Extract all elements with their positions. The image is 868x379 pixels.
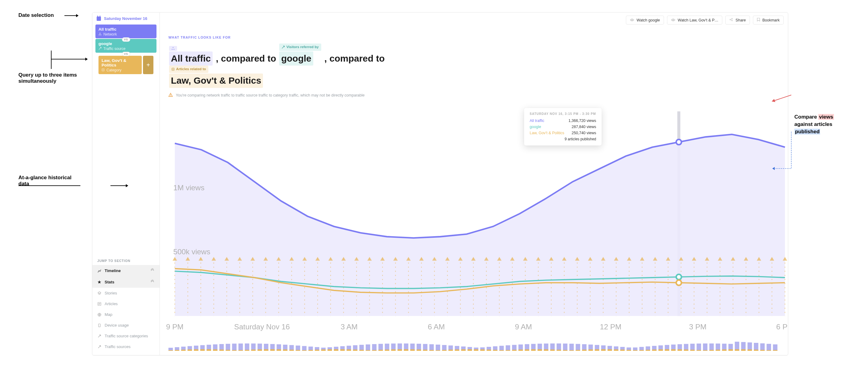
- jump-to-section-label: JUMP TO SECTION: [92, 234, 159, 265]
- svg-rect-208: [302, 350, 307, 351]
- tooltip-row-name: google: [530, 125, 541, 129]
- svg-rect-263: [652, 350, 657, 351]
- annotation-compare-published: published: [794, 129, 820, 135]
- nav-device-usage[interactable]: Device usage: [92, 320, 159, 331]
- date-selector[interactable]: Saturday November 16: [92, 12, 159, 25]
- svg-rect-124: [378, 344, 383, 351]
- nav-timeline[interactable]: Timeline: [92, 265, 159, 276]
- nav-stats[interactable]: ★ Stats: [92, 276, 159, 288]
- svg-rect-218: [366, 350, 370, 351]
- svg-rect-197: [232, 350, 237, 351]
- watch-law-button[interactable]: Watch Law, Gov't & P…: [667, 15, 722, 25]
- svg-rect-266: [671, 349, 676, 351]
- svg-rect-213: [334, 349, 338, 351]
- nav-traffic-source-categories[interactable]: Traffic source categories: [92, 331, 159, 341]
- svg-rect-143: [499, 346, 504, 351]
- svg-rect-101: [232, 344, 237, 351]
- svg-rect-190: [187, 350, 192, 351]
- chip-all-traffic[interactable]: All traffic Network VS: [95, 25, 156, 38]
- tooltip-row-name: Law, Gov't & Politics: [530, 131, 564, 135]
- tag-label-visitors: Visitors referred by: [279, 43, 321, 51]
- svg-rect-278: [747, 350, 752, 351]
- svg-rect-202: [264, 349, 269, 351]
- svg-rect-258: [620, 350, 625, 351]
- svg-rect-204: [277, 349, 281, 351]
- svg-rect-152: [557, 343, 561, 351]
- svg-rect-229: [436, 350, 440, 351]
- svg-rect-236: [480, 350, 485, 351]
- svg-rect-194: [213, 349, 218, 351]
- device-icon: [97, 323, 101, 327]
- svg-point-21: [173, 47, 173, 48]
- watch-google-button[interactable]: Watch google: [626, 15, 664, 25]
- svg-text:Saturday Nov 16: Saturday Nov 16: [234, 323, 290, 331]
- chart-icon: [97, 269, 101, 273]
- section-nav: Timeline ★ Stats Stories: [92, 265, 159, 355]
- svg-rect-188: [175, 350, 180, 351]
- svg-rect-212: [328, 349, 332, 351]
- svg-rect-245: [537, 349, 542, 351]
- layers-icon: [97, 291, 101, 295]
- chip-law-govt-politics[interactable]: Law, Gov't & Politics Category: [98, 56, 142, 74]
- svg-rect-246: [544, 349, 549, 351]
- nav-map[interactable]: Map: [92, 309, 159, 320]
- network-icon: [98, 32, 101, 36]
- eye-icon: [630, 18, 634, 22]
- svg-rect-144: [506, 345, 510, 351]
- svg-rect-210: [315, 350, 319, 351]
- svg-rect-275: [728, 349, 733, 351]
- svg-rect-249: [563, 350, 568, 351]
- svg-rect-279: [754, 350, 758, 351]
- svg-rect-217: [359, 350, 364, 351]
- svg-rect-231: [448, 350, 453, 351]
- historical-sparkline[interactable]: [160, 337, 788, 355]
- svg-rect-242: [519, 350, 523, 351]
- add-comparison-button[interactable]: +: [143, 56, 153, 74]
- annotation-column-left: Date selection Query up to three items s…: [19, 12, 92, 16]
- nav-stories[interactable]: Stories: [92, 288, 159, 299]
- svg-rect-122: [366, 344, 370, 351]
- comparison-warning: You're comparing network traffic to traf…: [168, 93, 779, 98]
- svg-rect-252: [582, 350, 587, 351]
- svg-rect-262: [646, 350, 650, 351]
- svg-rect-259: [626, 350, 631, 351]
- svg-rect-224: [404, 349, 408, 351]
- svg-text:1M views: 1M views: [173, 183, 205, 192]
- timeline-chart[interactable]: 1M views500k views9 PMSaturday Nov 163 A…: [160, 102, 788, 337]
- svg-point-28: [170, 96, 170, 96]
- svg-rect-269: [690, 350, 695, 351]
- annotation-query-three: Query up to three items simultaneously: [19, 72, 77, 84]
- comparison-chips: All traffic Network VS google: [92, 25, 159, 80]
- svg-rect-187: [168, 350, 173, 351]
- bookmark-button[interactable]: Bookmark: [753, 15, 784, 25]
- download-icon[interactable]: [150, 268, 155, 273]
- tooltip-row-value: 287,840 views: [571, 125, 596, 129]
- svg-rect-175: [703, 343, 708, 351]
- svg-rect-240: [506, 350, 510, 351]
- share-button[interactable]: Share: [725, 15, 750, 25]
- svg-rect-233: [461, 349, 466, 351]
- warning-icon: [168, 93, 173, 98]
- svg-rect-112: [302, 346, 307, 351]
- source-icon: [98, 46, 101, 51]
- svg-rect-184: [760, 343, 765, 351]
- svg-rect-191: [194, 349, 198, 351]
- svg-rect-253: [588, 350, 593, 351]
- date-label: Saturday November 16: [104, 16, 147, 21]
- download-icon[interactable]: [150, 279, 155, 285]
- headline-eyebrow: WHAT TRAFFIC LOOKS LIKE FOR: [168, 36, 779, 39]
- svg-rect-256: [608, 349, 612, 351]
- svg-rect-281: [767, 350, 771, 351]
- svg-point-22: [172, 49, 173, 49]
- svg-rect-254: [595, 349, 599, 351]
- svg-rect-220: [378, 350, 383, 351]
- nav-traffic-sources[interactable]: Traffic sources: [92, 341, 159, 352]
- nav-articles[interactable]: Articles: [92, 299, 159, 309]
- svg-rect-267: [678, 349, 682, 351]
- svg-text:12 PM: 12 PM: [600, 323, 621, 331]
- svg-rect-216: [353, 350, 358, 351]
- svg-rect-223: [398, 349, 402, 351]
- svg-rect-237: [487, 350, 491, 351]
- svg-rect-227: [423, 350, 428, 351]
- vs-badge: VS: [122, 52, 130, 56]
